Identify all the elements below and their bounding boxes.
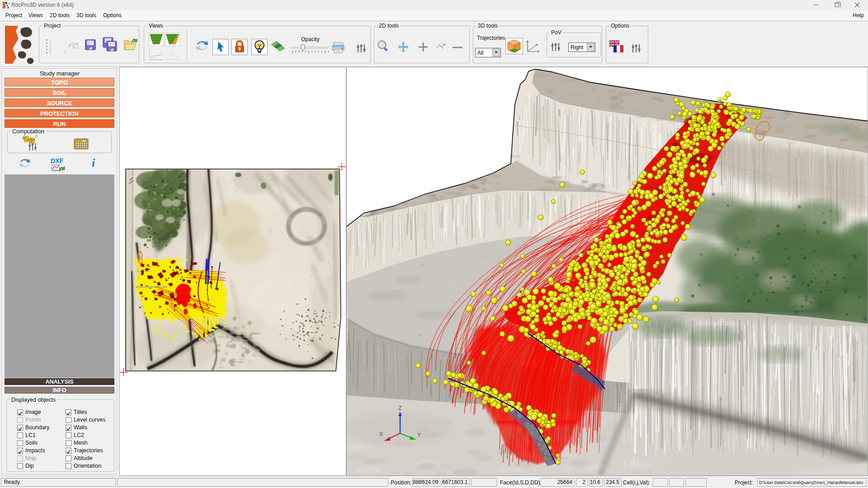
- svg-text:Y: Y: [417, 432, 421, 438]
- svg-text:X: X: [379, 431, 383, 437]
- svg-text:Z: Z: [398, 405, 401, 411]
